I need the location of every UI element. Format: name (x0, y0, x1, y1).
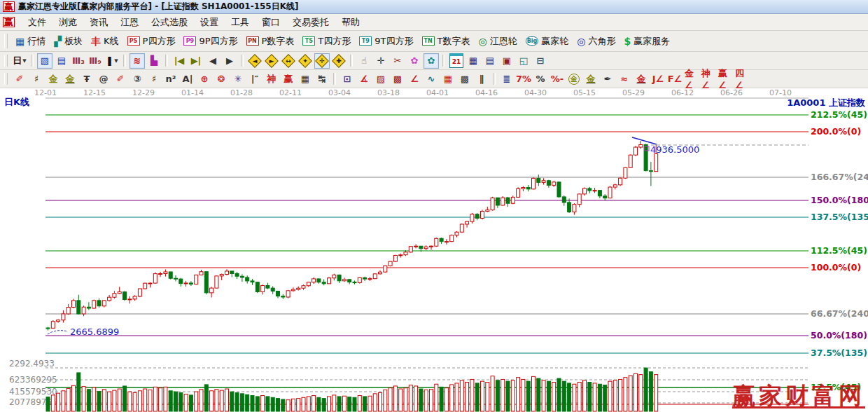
calculator-icon[interactable]: ▦ (465, 53, 481, 69)
t-table-button[interactable]: TNT数字表 (418, 34, 475, 49)
ma3-icon[interactable]: Ⅲ₃ (71, 53, 86, 69)
winner-wheel-button[interactable]: Big赢家轮 (522, 34, 573, 49)
profile-chart-icon[interactable]: ▙ (146, 53, 162, 69)
fibo-f-icon[interactable]: Ŧ (79, 71, 94, 87)
percent-icon[interactable]: % (533, 71, 548, 87)
calendar-icon[interactable]: 21 (449, 53, 463, 68)
cut-data-icon[interactable]: ✂ (390, 53, 405, 69)
gold-lines-icon[interactable]: 金 (583, 71, 598, 87)
notepad-icon[interactable]: ▤ (482, 53, 498, 69)
gann-wheel-small-icon[interactable]: ❂ (214, 71, 229, 87)
ruler2-icon[interactable]: ♯ (146, 71, 162, 87)
angle-ying-icon[interactable]: 赢∠ (718, 71, 733, 87)
menu-item-窗口[interactable]: 窗口 (255, 15, 286, 30)
chart-layout-icon[interactable]: ▧ (37, 53, 52, 69)
trend-tool-icon[interactable]: ≋ (130, 53, 145, 69)
p-square-button[interactable]: PSP四方形 (123, 34, 180, 49)
price-ladder-icon[interactable]: ≣ (499, 71, 514, 87)
t-square-button[interactable]: TST四方形 (298, 34, 355, 49)
gann-compress-icon[interactable]: ✦ (298, 53, 313, 69)
gold-red-icon[interactable]: 金 (634, 71, 649, 87)
gann-compass-icon[interactable]: ⊕ (197, 71, 212, 87)
angle-gold-icon[interactable]: 金∠ (684, 71, 699, 87)
spiral-icon[interactable]: @ (96, 71, 111, 87)
crosshair-icon[interactable]: ✛ (373, 53, 388, 69)
zigzag-wave-icon[interactable]: ∿ (424, 71, 439, 87)
step-back-icon[interactable]: ◀ (205, 53, 220, 69)
hexagon-button[interactable]: ◎六角形 (573, 34, 620, 49)
print-icon[interactable]: ⊟ (533, 53, 548, 69)
fan-lines-icon[interactable]: ∡ (356, 71, 372, 87)
menu-item-文件[interactable]: 文件 (22, 15, 52, 30)
gold-circle-icon[interactable]: 金 (566, 71, 582, 87)
ink-marker-icon[interactable]: ✒ (600, 71, 615, 87)
grid-123-icon[interactable]: ▦ (298, 71, 313, 87)
gann-wheel-button[interactable]: ◎江恩轮 (474, 34, 521, 49)
ying-grid-icon[interactable]: 赢 (281, 71, 296, 87)
select-region-icon[interactable]: ⊡ (340, 71, 355, 87)
menu-item-交易委托[interactable]: 交易委托 (286, 15, 335, 30)
p-table-button[interactable]: PNP数字表 (242, 34, 299, 49)
toolbar-handle[interactable] (4, 34, 8, 48)
toolbar-handle[interactable] (4, 73, 8, 85)
pan-hand-icon[interactable]: ☝ (356, 53, 372, 69)
gold-ratio2-icon[interactable]: 金 (62, 71, 78, 87)
angle-j-icon[interactable]: J∠ (650, 71, 666, 87)
brush2-tool-icon[interactable]: ✐ (113, 71, 128, 87)
ma9-icon[interactable]: Ⅲ₉ (88, 53, 103, 69)
kline-button[interactable]: 丰K线 (87, 34, 123, 49)
gold-ratio-icon[interactable]: 金 (46, 71, 61, 87)
brush-tool-icon[interactable]: ✐ (12, 71, 27, 87)
gann-grid-icon[interactable]: ✛ (314, 53, 330, 69)
menu-item-江恩[interactable]: 江恩 (114, 15, 145, 30)
winner-service-button[interactable]: $赢家服务 (620, 34, 675, 49)
gann-shift-left-icon[interactable]: ◄ (247, 53, 262, 69)
menu-item-设置[interactable]: 设置 (194, 15, 225, 30)
menu-item-浏览[interactable]: 浏览 (52, 15, 83, 30)
title-bar[interactable]: 赢 赢家江恩专业版[赢家内部服务平台] - [上证指数 SH1A0001-155… (0, 0, 868, 14)
gann-net-teal-icon[interactable]: ✿ (424, 53, 439, 69)
first-bar-icon[interactable]: |◀ (172, 53, 187, 69)
last-bar-icon[interactable]: ▶| (188, 53, 204, 69)
angle-f-icon[interactable]: F∠ (667, 71, 682, 87)
period-day-dropdown[interactable]: 日▼ (12, 53, 27, 69)
wave-a-icon[interactable]: ≈ (617, 71, 632, 87)
percent7-icon[interactable]: 7% (516, 71, 531, 87)
fan-box-icon[interactable]: ▨ (373, 71, 388, 87)
menu-item-工具[interactable]: 工具 (225, 15, 255, 30)
candle-style-dropdown[interactable]: ❚▼ (104, 53, 120, 69)
gann-expand-icon[interactable]: ↔ (281, 53, 296, 69)
percent-line-icon[interactable]: %- (550, 71, 565, 87)
grid-dark-icon[interactable]: ▩ (457, 71, 472, 87)
gann-cross-icon[interactable]: ✚ (331, 53, 346, 69)
spider-web-icon[interactable]: ✳ (230, 71, 246, 87)
quotes-button[interactable]: ▦行情 (11, 34, 50, 49)
info-f10-icon[interactable]: ▤ (54, 53, 69, 69)
angle-shen-icon[interactable]: 神∠ (701, 71, 716, 87)
menu-item-公式选股[interactable]: 公式选股 (145, 15, 194, 30)
span-measure-icon[interactable]: ↹ (314, 71, 330, 87)
n-squared-icon[interactable]: n² (163, 71, 178, 87)
shen-grid-icon[interactable]: 神 (264, 71, 279, 87)
angle-line-icon[interactable]: ∠ (407, 71, 422, 87)
cycle-circle-icon[interactable]: ③ (130, 71, 145, 87)
save-icon[interactable]: ▣ (499, 53, 514, 69)
shade-box-icon[interactable]: ▩ (390, 71, 405, 87)
menu-item-资讯[interactable]: 资讯 (83, 15, 114, 30)
menu-item-帮助[interactable]: 帮助 (335, 15, 366, 30)
mirror-icon[interactable]: A| (180, 71, 195, 87)
9t-square-button[interactable]: T99T四方形 (355, 34, 417, 49)
toolbar-handle[interactable] (4, 55, 8, 67)
parallel-lines-icon[interactable]: ∥ (474, 71, 489, 87)
grid-red-icon[interactable]: ▦ (440, 71, 456, 87)
gann-net-pink-icon[interactable]: ✿ (407, 53, 422, 69)
9p-square-button[interactable]: P99P四方形 (179, 34, 241, 49)
kline-chart-canvas[interactable]: 日K线1A0001 上证指数12-0112-1512-2901-1401-280… (0, 88, 868, 412)
angle-si-icon[interactable]: 四∠ (734, 71, 750, 87)
grid-ruler-icon[interactable]: ♯ (29, 71, 44, 87)
tick-marks-icon[interactable]: |″ (247, 71, 262, 87)
sectors-button[interactable]: ▞板块 (50, 34, 87, 49)
export-image-icon[interactable]: ◱ (516, 53, 531, 69)
gann-shift-right-icon[interactable]: ► (264, 53, 279, 69)
step-forward-icon[interactable]: ▶ (222, 53, 237, 69)
